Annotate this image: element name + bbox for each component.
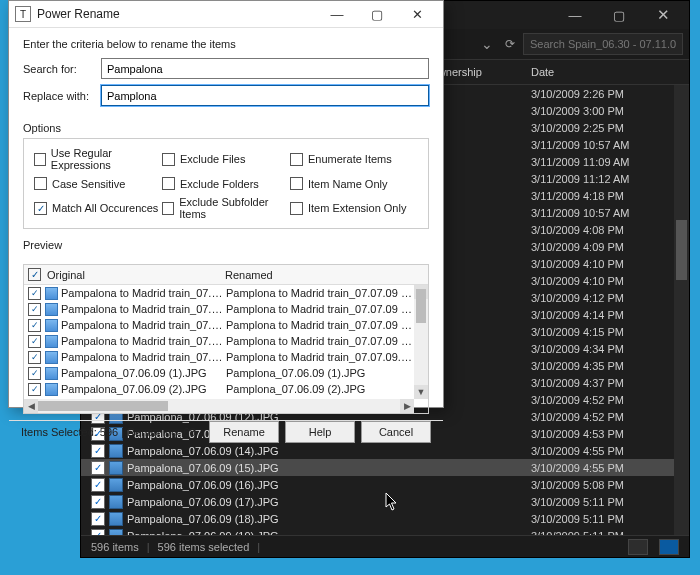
preview-row[interactable]: ✓Pampalona to Madrid train_07.07.09...Pa…: [24, 301, 428, 317]
file-row[interactable]: ✓Pampalona_07.06.09 (18).JPG3/10/2009 5:…: [81, 510, 689, 527]
preview-row-checkbox[interactable]: ✓: [28, 303, 41, 316]
status-selected: 596 items selected: [158, 541, 250, 553]
cancel-button[interactable]: Cancel: [361, 421, 431, 443]
renamed-name: Pamplona to Madrid train_07.07.09 (3).JP…: [226, 319, 428, 331]
renamed-name: Pamplona to Madrid train_07.07.09 (4).JP…: [226, 335, 428, 347]
vertical-scrollbar[interactable]: [674, 85, 689, 535]
row-checkbox[interactable]: ✓: [91, 444, 105, 458]
scroll-down-icon[interactable]: ▼: [414, 385, 428, 399]
close-button[interactable]: ✕: [641, 1, 685, 29]
original-name: Pampalona_07.06.09 (1).JPG: [61, 367, 226, 379]
options-title: Options: [23, 122, 429, 134]
file-date: 3/10/2009 4:52 PM: [531, 411, 689, 423]
row-checkbox[interactable]: ✓: [91, 461, 105, 475]
row-checkbox[interactable]: ✓: [91, 529, 105, 536]
image-file-icon: [109, 512, 123, 526]
search-for-input[interactable]: [101, 58, 429, 79]
help-button[interactable]: Help: [285, 421, 355, 443]
file-row[interactable]: ✓Pampalona_07.06.09 (19).JPG3/10/2009 5:…: [81, 527, 689, 535]
preview-row-checkbox[interactable]: ✓: [28, 287, 41, 300]
preview-row[interactable]: ✓Pampalona_07.06.09 (1).JPGPamplona_07.0…: [24, 365, 428, 381]
row-checkbox[interactable]: ✓: [91, 478, 105, 492]
preview-vscroll[interactable]: ▲ ▼: [414, 285, 428, 399]
app-icon: T: [15, 6, 31, 22]
image-file-icon: [45, 319, 58, 332]
original-name: Pampalona to Madrid train_07.07.09...: [61, 303, 226, 315]
original-name: Pampalona to Madrid train_07.07.09...: [61, 287, 226, 299]
file-row[interactable]: ✓Pampalona_07.06.09 (15).JPG3/10/2009 4:…: [81, 459, 689, 476]
opt-case-sensitive[interactable]: Case Sensitive: [34, 177, 162, 190]
chevron-down-icon[interactable]: ⌄: [477, 34, 497, 54]
replace-with-input[interactable]: [101, 85, 429, 106]
image-file-icon: [45, 335, 58, 348]
file-date: 3/10/2009 5:11 PM: [531, 496, 689, 508]
instruction-text: Enter the criteria below to rename the i…: [23, 38, 429, 50]
file-row[interactable]: ✓Pampalona_07.06.09 (14).JPG3/10/2009 4:…: [81, 442, 689, 459]
preview-row-checkbox[interactable]: ✓: [28, 367, 41, 380]
search-input[interactable]: [523, 33, 683, 55]
pr-close-button[interactable]: ✕: [397, 1, 437, 27]
refresh-icon[interactable]: ⟳: [501, 35, 519, 53]
pr-titlebar: T Power Rename — ▢ ✕: [9, 1, 443, 28]
opt-item-ext-only[interactable]: Item Extension Only: [290, 196, 418, 220]
row-checkbox[interactable]: ✓: [91, 512, 105, 526]
image-file-icon: [45, 303, 58, 316]
maximize-button[interactable]: ▢: [597, 1, 641, 29]
dialog-title: Power Rename: [37, 7, 317, 21]
file-date: 3/10/2009 4:55 PM: [531, 462, 689, 474]
preview-vscroll-thumb[interactable]: [416, 289, 426, 323]
scrollbar-thumb[interactable]: [676, 220, 687, 280]
file-date: 3/10/2009 2:26 PM: [531, 88, 689, 100]
file-row[interactable]: ✓Pampalona_07.06.09 (16).JPG3/10/2009 5:…: [81, 476, 689, 493]
pr-minimize-button[interactable]: —: [317, 1, 357, 27]
preview-row[interactable]: ✓Pampalona_07.06.09 (2).JPGPamplona_07.0…: [24, 381, 428, 397]
file-date: 3/10/2009 4:12 PM: [531, 292, 689, 304]
file-date: 3/10/2009 2:25 PM: [531, 122, 689, 134]
file-date: 3/10/2009 4:10 PM: [531, 275, 689, 287]
preview-row[interactable]: ✓Pampalona to Madrid train_07.07.09...Pa…: [24, 349, 428, 365]
preview-row[interactable]: ✓Pampalona to Madrid train_07.07.09...Pa…: [24, 285, 428, 301]
view-list-button[interactable]: [659, 539, 679, 555]
opt-item-name-only[interactable]: Item Name Only: [290, 177, 418, 190]
opt-exclude-folders[interactable]: Exclude Folders: [162, 177, 290, 190]
col-original[interactable]: Original: [47, 269, 225, 281]
preview-row-checkbox[interactable]: ✓: [28, 335, 41, 348]
preview-hscroll[interactable]: ◀ ▶: [24, 399, 414, 413]
scroll-left-icon[interactable]: ◀: [24, 399, 38, 413]
preview-row-checkbox[interactable]: ✓: [28, 383, 41, 396]
preview-row[interactable]: ✓Pampalona to Madrid train_07.07.09...Pa…: [24, 333, 428, 349]
file-date: 3/10/2009 4:53 PM: [531, 428, 689, 440]
opt-match-all[interactable]: ✓Match All Occurences: [34, 196, 162, 220]
file-date: 3/10/2009 4:15 PM: [531, 326, 689, 338]
opt-use-regex[interactable]: Use Regular Expressions: [34, 147, 162, 171]
file-name: Pampalona_07.06.09 (18).JPG: [127, 513, 531, 525]
file-row[interactable]: ✓Pampalona_07.06.09 (17).JPG3/10/2009 5:…: [81, 493, 689, 510]
col-date[interactable]: Date: [531, 66, 689, 78]
preview-row-checkbox[interactable]: ✓: [28, 351, 41, 364]
file-date: 3/10/2009 4:35 PM: [531, 360, 689, 372]
opt-exclude-subfolder[interactable]: Exclude Subfolder Items: [162, 196, 290, 220]
file-date: 3/10/2009 5:11 PM: [531, 513, 689, 525]
original-name: Pampalona_07.06.09 (2).JPG: [61, 383, 226, 395]
opt-enumerate-items[interactable]: Enumerate Items: [290, 147, 418, 171]
opt-exclude-files[interactable]: Exclude Files: [162, 147, 290, 171]
col-renamed[interactable]: Renamed: [225, 269, 273, 281]
original-name: Pampalona to Madrid train_07.07.09...: [61, 319, 226, 331]
scroll-right-icon[interactable]: ▶: [400, 399, 414, 413]
file-date: 3/10/2009 4:08 PM: [531, 224, 689, 236]
minimize-button[interactable]: —: [553, 1, 597, 29]
dialog-footer: Items Selected: 596 | Renaming: 68 Renam…: [9, 420, 443, 443]
preview-select-all[interactable]: ✓: [28, 268, 41, 281]
rename-button[interactable]: Rename: [209, 421, 279, 443]
preview-row-checkbox[interactable]: ✓: [28, 319, 41, 332]
preview-row[interactable]: ✓Pampalona to Madrid train_07.07.09...Pa…: [24, 317, 428, 333]
file-date: 3/11/2009 4:18 PM: [531, 190, 689, 202]
view-details-button[interactable]: [628, 539, 648, 555]
row-checkbox[interactable]: ✓: [91, 495, 105, 509]
image-file-icon: [45, 383, 58, 396]
preview-title: Preview: [23, 239, 429, 251]
preview-hscroll-thumb[interactable]: [38, 401, 168, 411]
file-name: Pampalona_07.06.09 (14).JPG: [127, 445, 531, 457]
options-group: Use Regular Expressions Exclude Files En…: [23, 138, 429, 229]
pr-maximize-button[interactable]: ▢: [357, 1, 397, 27]
